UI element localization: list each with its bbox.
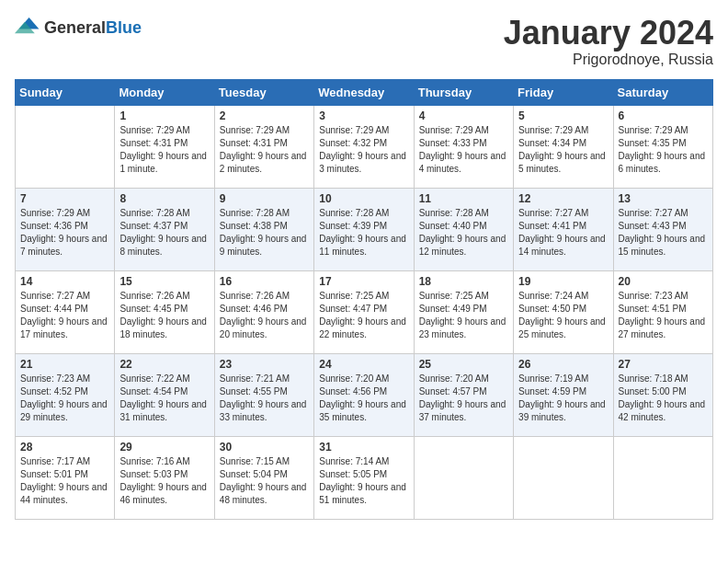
calendar-title: January 2024 bbox=[504, 15, 713, 52]
day-info: Sunrise: 7:28 AMSunset: 4:38 PMDaylight:… bbox=[220, 207, 309, 259]
column-header-thursday: Thursday bbox=[414, 79, 513, 105]
day-info: Sunrise: 7:25 AMSunset: 4:49 PMDaylight:… bbox=[419, 290, 508, 341]
day-number: 4 bbox=[419, 109, 508, 122]
day-info: Sunrise: 7:28 AMSunset: 4:39 PMDaylight:… bbox=[319, 207, 408, 259]
day-number: 6 bbox=[619, 109, 708, 122]
calendar-cell: 28Sunrise: 7:17 AMSunset: 5:01 PMDayligh… bbox=[16, 436, 115, 519]
calendar-week-row: 21Sunrise: 7:23 AMSunset: 4:52 PMDayligh… bbox=[16, 353, 713, 436]
title-block: January 2024 Prigorodnoye, Russia bbox=[504, 15, 713, 68]
day-info: Sunrise: 7:25 AMSunset: 4:47 PMDaylight:… bbox=[319, 290, 408, 341]
column-header-wednesday: Wednesday bbox=[314, 79, 414, 105]
day-number: 24 bbox=[319, 358, 408, 371]
calendar-cell: 10Sunrise: 7:28 AMSunset: 4:39 PMDayligh… bbox=[314, 188, 414, 270]
calendar-cell: 12Sunrise: 7:27 AMSunset: 4:41 PMDayligh… bbox=[514, 188, 613, 270]
column-header-friday: Friday bbox=[514, 79, 613, 105]
day-number: 23 bbox=[220, 358, 309, 371]
calendar-cell: 27Sunrise: 7:18 AMSunset: 5:00 PMDayligh… bbox=[613, 353, 712, 436]
calendar-cell: 26Sunrise: 7:19 AMSunset: 4:59 PMDayligh… bbox=[514, 353, 613, 436]
day-info: Sunrise: 7:15 AMSunset: 5:04 PMDaylight:… bbox=[220, 455, 309, 507]
column-header-saturday: Saturday bbox=[613, 79, 712, 105]
day-number: 25 bbox=[419, 358, 508, 371]
day-number: 5 bbox=[518, 109, 608, 122]
calendar-cell: 11Sunrise: 7:28 AMSunset: 4:40 PMDayligh… bbox=[414, 188, 513, 270]
day-number: 27 bbox=[619, 358, 708, 371]
day-info: Sunrise: 7:14 AMSunset: 5:05 PMDaylight:… bbox=[319, 455, 408, 507]
logo: GeneralBlue bbox=[15, 15, 142, 40]
day-info: Sunrise: 7:21 AMSunset: 4:55 PMDaylight:… bbox=[220, 373, 309, 424]
day-number: 1 bbox=[119, 109, 209, 122]
day-info: Sunrise: 7:18 AMSunset: 5:00 PMDaylight:… bbox=[619, 373, 708, 424]
day-info: Sunrise: 7:26 AMSunset: 4:45 PMDaylight:… bbox=[119, 290, 209, 341]
calendar-cell: 25Sunrise: 7:20 AMSunset: 4:57 PMDayligh… bbox=[414, 353, 513, 436]
day-number: 14 bbox=[20, 275, 109, 288]
day-number: 19 bbox=[518, 275, 608, 288]
day-number: 10 bbox=[319, 192, 408, 205]
day-number: 3 bbox=[319, 109, 408, 122]
column-header-tuesday: Tuesday bbox=[214, 79, 313, 105]
calendar-week-row: 28Sunrise: 7:17 AMSunset: 5:01 PMDayligh… bbox=[16, 436, 713, 519]
day-number: 8 bbox=[119, 192, 209, 205]
day-number: 11 bbox=[419, 192, 508, 205]
day-info: Sunrise: 7:19 AMSunset: 4:59 PMDaylight:… bbox=[518, 373, 608, 424]
day-info: Sunrise: 7:23 AMSunset: 4:52 PMDaylight:… bbox=[20, 373, 109, 424]
calendar-cell: 24Sunrise: 7:20 AMSunset: 4:56 PMDayligh… bbox=[314, 353, 414, 436]
calendar-cell: 6Sunrise: 7:29 AMSunset: 4:35 PMDaylight… bbox=[613, 105, 712, 188]
day-number: 17 bbox=[319, 275, 408, 288]
calendar-cell bbox=[16, 105, 115, 188]
calendar-cell: 23Sunrise: 7:21 AMSunset: 4:55 PMDayligh… bbox=[214, 353, 313, 436]
day-info: Sunrise: 7:27 AMSunset: 4:44 PMDaylight:… bbox=[20, 290, 109, 341]
calendar-cell: 3Sunrise: 7:29 AMSunset: 4:32 PMDaylight… bbox=[314, 105, 414, 188]
day-info: Sunrise: 7:16 AMSunset: 5:03 PMDaylight:… bbox=[119, 455, 209, 507]
day-info: Sunrise: 7:27 AMSunset: 4:41 PMDaylight:… bbox=[518, 207, 608, 259]
calendar-cell: 15Sunrise: 7:26 AMSunset: 4:45 PMDayligh… bbox=[115, 270, 214, 353]
day-info: Sunrise: 7:29 AMSunset: 4:32 PMDaylight:… bbox=[319, 124, 408, 176]
calendar-cell: 7Sunrise: 7:29 AMSunset: 4:36 PMDaylight… bbox=[16, 188, 115, 270]
calendar-table: SundayMondayTuesdayWednesdayThursdayFrid… bbox=[15, 79, 713, 520]
day-number: 31 bbox=[319, 441, 408, 454]
calendar-cell: 19Sunrise: 7:24 AMSunset: 4:50 PMDayligh… bbox=[514, 270, 613, 353]
day-info: Sunrise: 7:23 AMSunset: 4:51 PMDaylight:… bbox=[619, 290, 708, 341]
calendar-cell: 16Sunrise: 7:26 AMSunset: 4:46 PMDayligh… bbox=[214, 270, 313, 353]
day-info: Sunrise: 7:28 AMSunset: 4:40 PMDaylight:… bbox=[419, 207, 508, 259]
day-number: 2 bbox=[220, 109, 309, 122]
day-info: Sunrise: 7:20 AMSunset: 4:57 PMDaylight:… bbox=[419, 373, 508, 424]
day-number: 16 bbox=[220, 275, 309, 288]
calendar-cell: 8Sunrise: 7:28 AMSunset: 4:37 PMDaylight… bbox=[115, 188, 214, 270]
day-number: 15 bbox=[119, 275, 209, 288]
page-header: GeneralBlue January 2024 Prigorodnoye, R… bbox=[15, 15, 713, 68]
calendar-cell: 5Sunrise: 7:29 AMSunset: 4:34 PMDaylight… bbox=[514, 105, 613, 188]
calendar-cell: 14Sunrise: 7:27 AMSunset: 4:44 PMDayligh… bbox=[16, 270, 115, 353]
day-number: 28 bbox=[20, 441, 109, 454]
day-info: Sunrise: 7:29 AMSunset: 4:34 PMDaylight:… bbox=[518, 124, 608, 176]
day-info: Sunrise: 7:17 AMSunset: 5:01 PMDaylight:… bbox=[20, 455, 109, 507]
day-number: 29 bbox=[119, 441, 209, 454]
day-info: Sunrise: 7:29 AMSunset: 4:36 PMDaylight:… bbox=[20, 207, 109, 259]
day-info: Sunrise: 7:29 AMSunset: 4:31 PMDaylight:… bbox=[119, 124, 209, 176]
calendar-cell: 4Sunrise: 7:29 AMSunset: 4:33 PMDaylight… bbox=[414, 105, 513, 188]
day-info: Sunrise: 7:29 AMSunset: 4:31 PMDaylight:… bbox=[220, 124, 309, 176]
day-info: Sunrise: 7:22 AMSunset: 4:54 PMDaylight:… bbox=[119, 373, 209, 424]
day-info: Sunrise: 7:29 AMSunset: 4:33 PMDaylight:… bbox=[419, 124, 508, 176]
calendar-cell: 21Sunrise: 7:23 AMSunset: 4:52 PMDayligh… bbox=[16, 353, 115, 436]
calendar-week-row: 7Sunrise: 7:29 AMSunset: 4:36 PMDaylight… bbox=[16, 188, 713, 270]
calendar-cell: 1Sunrise: 7:29 AMSunset: 4:31 PMDaylight… bbox=[115, 105, 214, 188]
day-number: 9 bbox=[220, 192, 309, 205]
day-number: 26 bbox=[518, 358, 608, 371]
logo-text: GeneralBlue bbox=[44, 18, 142, 38]
calendar-week-row: 1Sunrise: 7:29 AMSunset: 4:31 PMDaylight… bbox=[16, 105, 713, 188]
calendar-cell: 29Sunrise: 7:16 AMSunset: 5:03 PMDayligh… bbox=[115, 436, 214, 519]
day-number: 18 bbox=[419, 275, 508, 288]
column-header-sunday: Sunday bbox=[16, 79, 115, 105]
day-number: 21 bbox=[20, 358, 109, 371]
day-info: Sunrise: 7:24 AMSunset: 4:50 PMDaylight:… bbox=[518, 290, 608, 341]
day-info: Sunrise: 7:26 AMSunset: 4:46 PMDaylight:… bbox=[220, 290, 309, 341]
calendar-cell bbox=[613, 436, 712, 519]
column-header-monday: Monday bbox=[115, 79, 214, 105]
day-number: 13 bbox=[619, 192, 708, 205]
calendar-week-row: 14Sunrise: 7:27 AMSunset: 4:44 PMDayligh… bbox=[16, 270, 713, 353]
calendar-cell: 13Sunrise: 7:27 AMSunset: 4:43 PMDayligh… bbox=[613, 188, 712, 270]
calendar-cell: 17Sunrise: 7:25 AMSunset: 4:47 PMDayligh… bbox=[314, 270, 414, 353]
calendar-cell: 31Sunrise: 7:14 AMSunset: 5:05 PMDayligh… bbox=[314, 436, 414, 519]
day-number: 7 bbox=[20, 192, 109, 205]
logo-icon bbox=[15, 15, 40, 40]
